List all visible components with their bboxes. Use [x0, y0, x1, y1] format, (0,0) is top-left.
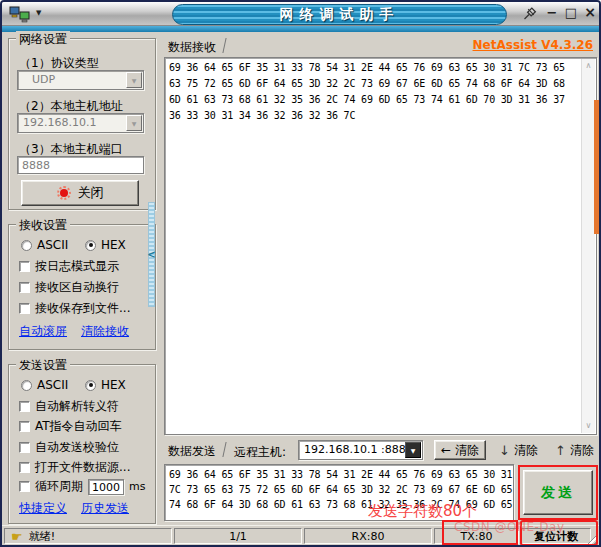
protocol-type-combobox[interactable]: UDP ▼	[17, 70, 144, 90]
local-host-combobox[interactable]: 192.168.10.1 ▼	[17, 113, 144, 133]
annotation-send-char-count: 发送字符数80个	[368, 502, 477, 521]
radio-receive-hex[interactable]	[85, 240, 96, 251]
checkbox-parse-escape[interactable]	[19, 401, 30, 412]
radio-receive-hex-label: HEX	[101, 238, 126, 252]
tab-send-separator	[222, 442, 226, 457]
checkbox-cycle-send[interactable]	[19, 481, 30, 492]
titlebar-menu-arrow-icon[interactable]: ▼	[36, 9, 41, 17]
checkbox-file-source[interactable]	[19, 462, 30, 473]
clear-history-control[interactable]: ↑ 清除	[555, 442, 594, 459]
radio-send-ascii-label: ASCII	[37, 378, 68, 392]
status-page-panel: 1/1	[174, 528, 302, 544]
clear-history-label: 清除	[570, 442, 594, 459]
remote-host-label: 远程主机:	[234, 444, 286, 461]
status-page-text: 1/1	[229, 530, 247, 543]
checkbox-at-enter-label: AT指令自动回车	[35, 418, 122, 435]
netassist-version-link[interactable]: NetAssist V4.3.26	[473, 38, 593, 52]
titlebar-title-pill: 网络调试助手	[172, 4, 507, 25]
connection-status-icon	[57, 186, 71, 200]
checkbox-file-source-label: 打开文件数据源...	[35, 459, 130, 476]
collapse-chevron-icon: <	[147, 249, 155, 260]
radio-send-hex[interactable]	[85, 380, 96, 391]
checkbox-save-to-file-label: 接收保存到文件...	[35, 300, 130, 317]
radio-receive-ascii-label: ASCII	[37, 238, 68, 252]
status-rx-panel: RX:80	[304, 528, 432, 544]
clear-send-down-arrow-icon: ↓	[499, 443, 510, 458]
scroll-down-icon[interactable]: ∨	[582, 419, 595, 433]
ready-hand-icon: ☛	[11, 529, 23, 544]
clear-send-label: 清除	[514, 442, 538, 459]
group-send-settings-title: 发送设置	[16, 357, 70, 374]
group-receive-settings-title: 接收设置	[16, 217, 70, 234]
panel-collapse-handle[interactable]: <	[148, 202, 155, 307]
close-connection-label: 关闭	[78, 184, 104, 202]
minimize-button[interactable]: −	[543, 4, 561, 22]
clear-left-arrow-icon: ←	[441, 443, 451, 457]
clear-receive-button[interactable]: ← 清除	[434, 440, 486, 460]
send-button[interactable]: 发送	[523, 470, 593, 515]
receive-hex-line: 36 33 30 31 34 36 32 36 32 36 7C	[169, 108, 578, 124]
send-hex-line: 69 36 64 65 6F 35 31 33 78 54 31 2E 44 6…	[169, 467, 512, 482]
protocol-dropdown-icon[interactable]: ▼	[126, 72, 142, 88]
radio-receive-ascii[interactable]	[21, 240, 32, 251]
window-title: 网络调试助手	[280, 6, 400, 24]
checkbox-at-enter[interactable]	[19, 421, 30, 432]
send-hex-line: 7C 73 65 63 75 72 65 6D 6F 64 65 3D 32 2…	[169, 482, 512, 497]
receive-hex-line: 6D 61 63 73 68 61 32 35 36 2C 74 69 6D 6…	[169, 92, 578, 108]
checkbox-auto-checksum-label: 自动发送校验位	[35, 439, 119, 456]
receive-hex-line: 69 36 64 65 6F 35 31 33 78 54 31 2E 44 6…	[169, 60, 578, 76]
checkbox-log-mode[interactable]	[19, 261, 30, 272]
titlebar: ▼ 网络调试助手 − □ ×	[2, 2, 599, 26]
receive-data-box[interactable]: 69 36 64 65 6F 35 31 33 78 54 31 2E 44 6…	[164, 57, 597, 435]
remote-host-value: 192.168.10.1 :8888	[304, 443, 406, 456]
auto-scroll-link[interactable]: 自动滚屏	[19, 323, 67, 340]
remote-host-dropdown-icon[interactable]: ▼	[405, 442, 421, 458]
tab-data-receive[interactable]: 数据接收	[168, 39, 216, 56]
clear-receive-button-label: 清除	[455, 442, 479, 459]
titlebar-blue-strip	[2, 26, 599, 32]
status-rx-text: RX:80	[352, 530, 385, 543]
scroll-up-icon[interactable]: ∧	[582, 59, 595, 73]
remote-host-combobox[interactable]: 192.168.10.1 :8888 ▼	[298, 440, 423, 460]
checkbox-log-mode-label: 按日志模式显示	[35, 258, 119, 275]
protocol-type-value: UDP	[32, 73, 55, 86]
checkbox-parse-escape-label: 自动解析转义符	[35, 398, 119, 415]
clear-history-up-arrow-icon: ↑	[555, 443, 566, 458]
send-button-label: 发送	[541, 484, 575, 502]
cycle-period-label: 循环周期	[35, 478, 83, 495]
netassist-window: ▼ 网络调试助手 − □ × 网络设置 （1）协议类型 UDP ▼ （2）本地主…	[0, 0, 601, 547]
local-host-value: 192.168.10.1	[23, 116, 96, 129]
history-send-link[interactable]: 历史发送	[81, 500, 129, 517]
checkbox-save-to-file[interactable]	[19, 303, 30, 314]
close-button[interactable]: ×	[581, 4, 599, 22]
maximize-button[interactable]: □	[562, 4, 580, 22]
cycle-period-unit: ms	[129, 480, 145, 493]
app-icon[interactable]	[9, 6, 31, 23]
watermark: CSDN @ONE-Day	[454, 520, 565, 534]
checkbox-auto-checksum[interactable]	[19, 442, 30, 453]
radio-send-ascii[interactable]	[21, 380, 32, 391]
group-network-settings: 网络设置 （1）协议类型 UDP ▼ （2）本地主机地址 192.168.10.…	[8, 38, 156, 210]
quick-define-link[interactable]: 快捷定义	[19, 500, 67, 517]
radio-send-hex-label: HEX	[101, 378, 126, 392]
tab-receive-separator	[222, 38, 226, 53]
receive-scrollbar[interactable]: ∧ ∨	[581, 59, 595, 433]
clear-send-control[interactable]: ↓ 清除	[499, 442, 538, 459]
group-network-settings-title: 网络设置	[16, 31, 70, 48]
checkbox-auto-wrap[interactable]	[19, 282, 30, 293]
local-port-field[interactable]: 8888	[17, 156, 144, 174]
tab-data-send[interactable]: 数据发送	[168, 443, 216, 460]
close-connection-button[interactable]: 关闭	[21, 180, 139, 206]
cycle-period-field[interactable]: 1000	[88, 479, 124, 495]
group-receive-settings: 接收设置 ASCII HEX 按日志模式显示 接收区自动换行 接收保存到文件..…	[8, 224, 156, 350]
checkbox-auto-wrap-label: 接收区自动换行	[35, 279, 119, 296]
right-edge-orange-marker	[594, 100, 599, 234]
group-send-settings: 发送设置 ASCII HEX 自动解析转义符 AT指令自动回车 自动发送校验位 …	[8, 364, 156, 524]
pin-icon[interactable]	[522, 6, 537, 24]
clear-receive-link[interactable]: 清除接收	[81, 323, 129, 340]
local-host-dropdown-icon[interactable]: ▼	[126, 115, 142, 131]
receive-hex-line: 63 75 72 65 6D 6F 64 65 3D 32 2C 73 69 6…	[169, 76, 578, 92]
status-ready-panel: ☛ 就绪!	[4, 528, 172, 544]
receive-hex-content: 69 36 64 65 6F 35 31 33 78 54 31 2E 44 6…	[169, 60, 578, 124]
status-ready-text: 就绪!	[29, 529, 55, 544]
